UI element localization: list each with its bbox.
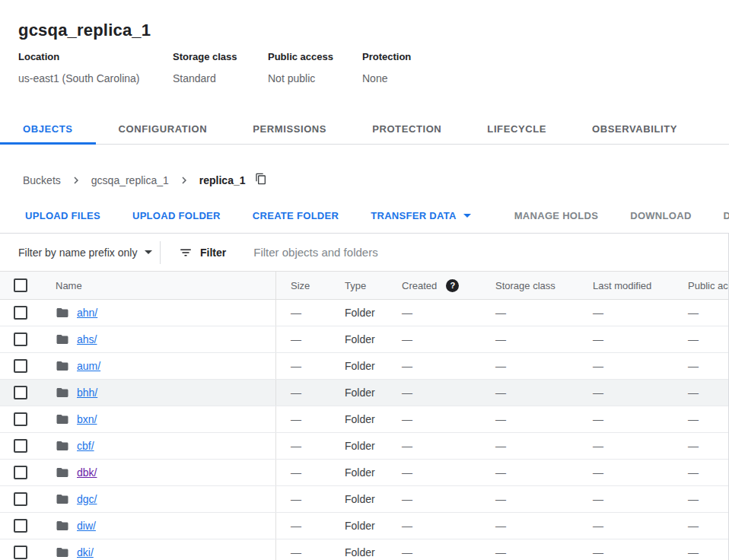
manage-holds-button[interactable]: MANAGE HOLDS: [502, 202, 611, 230]
folder-icon: [56, 546, 69, 559]
table-body: ahn/ — Folder — — — — ahs/ — Folder — — …: [0, 300, 728, 560]
table-row: diw/ — Folder — — — —: [0, 513, 728, 539]
row-checkbox[interactable]: [14, 519, 27, 533]
breadcrumb-item[interactable]: gcsqa_replica_1: [91, 174, 169, 186]
meta-label: Location: [18, 51, 173, 63]
row-name-section: dgc/: [0, 486, 276, 512]
cell-type: Folder: [342, 333, 401, 345]
row-checkbox[interactable]: [14, 306, 27, 320]
download-button[interactable]: DOWNLOAD: [618, 202, 703, 230]
cell-size: —: [276, 546, 342, 558]
cell-type: Folder: [342, 440, 401, 452]
folder-name-link[interactable]: dki/: [77, 546, 94, 558]
row-name-section: cbf/: [0, 433, 276, 459]
bucket-meta-row: Location us-east1 (South Carolina) Stora…: [18, 51, 711, 85]
table-row: ahs/ — Folder — — — —: [0, 326, 728, 353]
row-checkbox[interactable]: [14, 546, 27, 559]
cell-public-access: —: [687, 387, 728, 399]
cell-size: —: [276, 307, 342, 319]
cell-created: —: [401, 387, 495, 399]
filter-input[interactable]: [252, 245, 728, 259]
cell-storage-class: —: [495, 466, 591, 479]
chevron-right-icon: [177, 173, 191, 187]
upload-files-button[interactable]: UPLOAD FILES: [13, 202, 113, 230]
meta-value: Not public: [268, 72, 362, 85]
toolbar-button-label: UPLOAD FILES: [25, 210, 100, 221]
cell-storage-class: —: [495, 360, 591, 372]
help-icon[interactable]: ?: [446, 279, 459, 292]
tab-objects[interactable]: OBJECTS: [0, 113, 96, 145]
folder-name-link[interactable]: aum/: [77, 360, 100, 372]
cell-last-modified: —: [591, 387, 687, 399]
filter-list-icon: [179, 246, 193, 259]
folder-icon: [56, 359, 69, 373]
tab-protection[interactable]: PROTECTION: [349, 113, 464, 145]
cell-storage-class: —: [495, 333, 591, 345]
cell-type: Folder: [342, 360, 401, 372]
cell-last-modified: —: [591, 493, 687, 505]
cell-public-access: —: [687, 466, 728, 479]
tab-permissions[interactable]: PERMISSIONS: [230, 113, 349, 145]
cell-size: —: [276, 466, 342, 479]
folder-name-link[interactable]: dgc/: [77, 493, 97, 505]
cell-storage-class: —: [495, 546, 591, 558]
breadcrumb-item: replica_1: [199, 174, 246, 186]
cell-public-access: —: [687, 413, 728, 425]
transfer-data-button[interactable]: TRANSFER DATA: [358, 202, 482, 230]
upload-folder-button[interactable]: UPLOAD FOLDER: [120, 202, 233, 230]
folder-name-link[interactable]: bhh/: [77, 387, 97, 399]
select-all-checkbox[interactable]: [14, 278, 27, 292]
object-list-area: Filter by name prefix only Filter Name S…: [0, 234, 729, 560]
meta-label: Storage class: [173, 51, 268, 63]
meta-label: Public access: [268, 51, 362, 63]
row-checkbox[interactable]: [14, 386, 27, 399]
chevron-right-icon: [69, 173, 83, 187]
copy-folder-path-button[interactable]: [255, 173, 267, 187]
bucket-meta-item: Storage class Standard: [173, 51, 268, 85]
row-checkbox[interactable]: [14, 492, 27, 506]
folder-name-link[interactable]: ahn/: [77, 307, 97, 319]
row-checkbox[interactable]: [14, 466, 27, 479]
folder-name-link[interactable]: dbk/: [77, 466, 97, 479]
caret-down-icon: [463, 214, 471, 218]
object-toolbar: UPLOAD FILES UPLOAD FOLDER CREATE FOLDER…: [0, 199, 729, 234]
row-checkbox[interactable]: [14, 359, 27, 373]
cell-public-access: —: [687, 307, 728, 319]
row-checkbox[interactable]: [14, 332, 27, 346]
tab-lifecycle[interactable]: LIFECYCLE: [464, 113, 569, 145]
toolbar-button-label: TRANSFER DATA: [371, 210, 456, 221]
tab-observability[interactable]: OBSERVABILITY: [569, 113, 700, 145]
folder-name-link[interactable]: bxn/: [77, 413, 97, 425]
folder-name-link[interactable]: diw/: [77, 520, 96, 532]
cell-created: —: [401, 546, 495, 558]
row-checkbox[interactable]: [14, 439, 27, 453]
cell-type: Folder: [342, 493, 401, 505]
filter-scope-dropdown[interactable]: Filter by name prefix only: [18, 247, 160, 259]
cell-size: —: [276, 520, 342, 532]
row-checkbox[interactable]: [14, 412, 27, 426]
table-row: dbk/ — Folder — — — —: [0, 460, 728, 486]
breadcrumb-item[interactable]: Buckets: [23, 174, 61, 186]
bucket-meta-item: Protection None: [362, 51, 411, 85]
content-copy-icon: [255, 173, 267, 187]
delete-button[interactable]: DELETE: [711, 202, 729, 230]
tab-configuration[interactable]: CONFIGURATION: [96, 113, 231, 145]
cell-type: Folder: [342, 466, 401, 479]
cell-created: —: [401, 307, 495, 319]
table-row: aum/ — Folder — — — —: [0, 353, 728, 380]
cell-public-access: —: [687, 360, 728, 372]
cell-storage-class: —: [495, 413, 591, 425]
meta-value: Standard: [173, 72, 268, 85]
cell-public-access: —: [687, 520, 728, 532]
toolbar-button-label: MANAGE HOLDS: [514, 210, 599, 221]
cell-storage-class: —: [495, 387, 591, 399]
folder-name-link[interactable]: cbf/: [77, 440, 94, 452]
cell-last-modified: —: [591, 520, 687, 532]
toolbar-button-label: DELETE: [724, 210, 729, 221]
row-name-section: bxn/: [0, 406, 276, 432]
folder-name-link[interactable]: ahs/: [77, 333, 97, 345]
caret-down-icon: [145, 250, 152, 254]
cell-last-modified: —: [591, 333, 687, 345]
cell-created: —: [401, 413, 495, 425]
create-folder-button[interactable]: CREATE FOLDER: [240, 202, 351, 230]
